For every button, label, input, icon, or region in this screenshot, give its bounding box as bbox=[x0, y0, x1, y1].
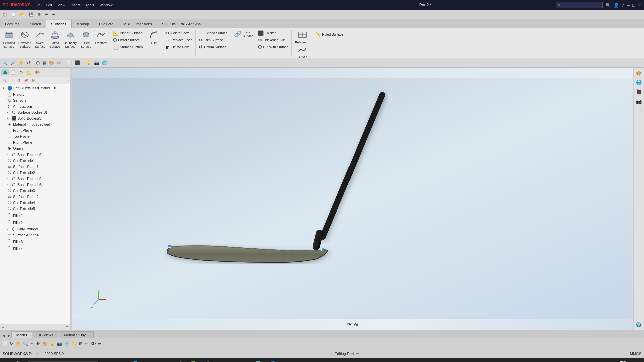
bt-pan[interactable]: ✋ bbox=[14, 341, 21, 347]
tab-features[interactable]: Features bbox=[0, 20, 24, 28]
tab-motion-study[interactable]: Motion Study 1 bbox=[59, 331, 94, 338]
tree-item-annotations[interactable]: 🏷 Annotations bbox=[0, 103, 70, 109]
tab-surfaces[interactable]: Surfaces bbox=[46, 20, 71, 28]
next-tab-btn[interactable]: ▶ bbox=[7, 333, 11, 338]
tree-item-solid-bodies[interactable]: ▸ ⬛ Solid Bodies(3) bbox=[0, 115, 70, 121]
home-btn[interactable]: 🏠 bbox=[1, 12, 9, 17]
tree-item-fillet1[interactable]: ⌒ Fillet1 bbox=[0, 212, 70, 219]
tree-item-right-plane[interactable]: ▭ Right Plane bbox=[0, 139, 70, 145]
tree-item-surface-plane4[interactable]: ▭ Surface-Plane4 bbox=[0, 232, 70, 238]
tree-item-cut-extrude4[interactable]: ⬡ Cut-Extrude4 bbox=[0, 200, 70, 206]
new-btn[interactable]: 📄 bbox=[10, 12, 17, 17]
bt-view[interactable]: 👁 bbox=[35, 341, 41, 347]
menu-view[interactable]: View bbox=[57, 3, 65, 7]
tree-item-fillet2[interactable]: ⌒ Fillet2 bbox=[0, 219, 70, 226]
display-manager-btn[interactable]: 🎨 bbox=[34, 69, 41, 75]
display-state-right-btn[interactable]: ⬜ bbox=[635, 107, 642, 115]
trim-surface-btn[interactable]: ✂ Trim Surface bbox=[197, 37, 229, 43]
options-btn[interactable]: ⚙ bbox=[36, 12, 42, 17]
swept-surface-btn[interactable]: SweptSurface bbox=[33, 29, 48, 57]
tree-item-cut-extrude6[interactable]: ▸ ⬡ Cut-Extrude6 bbox=[0, 226, 70, 232]
taskbar-explorer-btn[interactable]: 🗂 bbox=[115, 360, 127, 362]
menu-window[interactable]: Window bbox=[99, 3, 112, 7]
tree-item-boss-extrude3[interactable]: ▸ ⬡ Boss-Extrude3 bbox=[0, 182, 70, 188]
account-icon[interactable]: 👤 bbox=[613, 3, 619, 8]
taskview-btn[interactable]: ⧉ bbox=[101, 361, 109, 362]
cut-with-surface-btn[interactable]: ⬡ Cut With Surface bbox=[256, 44, 290, 50]
taskbar-whatsapp-btn[interactable]: 💬 bbox=[201, 359, 215, 362]
tree-item-history[interactable]: 📋 History bbox=[0, 91, 70, 97]
tree-item-material[interactable]: ◈ Material <not specified> bbox=[0, 121, 70, 127]
search-box[interactable] bbox=[556, 2, 603, 8]
ruled-surface-btn[interactable]: 📏 Ruled Surface bbox=[313, 31, 345, 38]
undo-btn[interactable]: ↩ bbox=[44, 12, 49, 17]
taskbar-search-btn[interactable]: 🔍 bbox=[13, 360, 24, 362]
tree-item-cut-extrude1[interactable]: ⬡ Cut-Extrude1 bbox=[0, 158, 70, 164]
taskbar-sw2-btn[interactable]: SW bbox=[234, 360, 250, 362]
help-icon[interactable]: 🔍 bbox=[605, 3, 611, 8]
help-btn[interactable]: ? bbox=[622, 3, 624, 8]
view-btn-9[interactable]: ⬜ bbox=[66, 60, 73, 66]
freeform-btn[interactable]: Freeform bbox=[93, 29, 109, 57]
bt-rotate[interactable]: ↻ bbox=[9, 341, 14, 347]
viewport[interactable]: Z Y *Right bbox=[72, 68, 633, 330]
menu-insert[interactable]: Insert bbox=[71, 3, 80, 7]
prev-tab-btn[interactable]: ◀ bbox=[1, 333, 6, 338]
menu-edit[interactable]: Edit bbox=[46, 3, 52, 7]
taskbar-edge-btn[interactable]: 🌐 bbox=[128, 359, 142, 362]
tab-markup[interactable]: Markup bbox=[72, 20, 94, 28]
decals-btn[interactable]: 🖼 bbox=[636, 88, 642, 96]
taskbar-chrome-btn[interactable]: 🌍 bbox=[251, 359, 265, 362]
view-btn-5[interactable]: ⬡ bbox=[35, 60, 41, 66]
thicken-btn[interactable]: ⬛ Thicken bbox=[256, 29, 290, 36]
tree-item-surface-bodies[interactable]: ▸ ⬡ Surface Bodies(3) bbox=[0, 109, 70, 115]
tree-item-fillet4[interactable]: ⌒ Fillet4 bbox=[0, 245, 70, 252]
tab-mbd[interactable]: MBD Dimensions bbox=[118, 20, 157, 28]
planar-surface-btn[interactable]: 📐 Planar Surface bbox=[111, 29, 145, 36]
view-btn-7[interactable]: 🎨 bbox=[48, 60, 55, 66]
property-manager-btn[interactable]: 📋 bbox=[10, 69, 17, 75]
revolved-surface-btn[interactable]: RevolvedSurface bbox=[17, 29, 33, 57]
bt-mate[interactable]: ⛓ bbox=[97, 341, 103, 347]
taskbar-clock[interactable]: 13:08 18-05-2021 bbox=[609, 360, 633, 362]
tab-3d-views[interactable]: 3D Views bbox=[33, 331, 58, 338]
replace-face-btn[interactable]: ↔ Replace Face bbox=[164, 37, 194, 43]
view-btn-1[interactable]: 🔍 bbox=[1, 60, 9, 66]
save-btn[interactable]: 💾 bbox=[28, 12, 35, 17]
options-tree-btn[interactable]: ⚙ bbox=[16, 78, 22, 83]
bt-display[interactable]: 🎨 bbox=[41, 341, 48, 347]
filter-btn[interactable]: 🔍 bbox=[1, 78, 8, 83]
tree-item-boss-extrude2[interactable]: ▸ ⬡ Boss-Extrude2 bbox=[0, 176, 70, 182]
taskbar-store-btn[interactable]: 🛒 bbox=[171, 359, 185, 362]
knit-surface-btn[interactable]: 🔗 KnitSurface bbox=[232, 29, 255, 39]
delete-hole-btn[interactable]: 🗑 Delete Hole bbox=[164, 44, 194, 50]
taskbar-misc-btn[interactable]: 🔵 bbox=[266, 359, 280, 362]
taskbar-sw-btn[interactable]: SW bbox=[216, 360, 232, 362]
collapse-tree-btn[interactable]: ⬜ bbox=[9, 78, 15, 83]
tab-evaluate[interactable]: Evaluate bbox=[94, 20, 118, 28]
menu-tools[interactable]: Tools bbox=[86, 3, 94, 7]
render-btn[interactable]: 📷 bbox=[635, 97, 642, 105]
tree-item-fillet3[interactable]: ⌒ Fillet3 bbox=[0, 238, 70, 245]
view-btn-3[interactable]: ✋ bbox=[17, 60, 25, 66]
bt-sketch[interactable]: ✏ bbox=[84, 341, 89, 347]
dim-expert-btn[interactable]: 📐 bbox=[25, 69, 33, 75]
fillet-btn[interactable]: Fillet bbox=[147, 29, 161, 57]
delete-face-btn[interactable]: ✂ Delete Face bbox=[164, 29, 194, 36]
bt-measure[interactable]: 📏 bbox=[71, 341, 78, 347]
curves-btn[interactable]: Curves bbox=[295, 46, 310, 58]
tab-sketch[interactable]: Sketch bbox=[24, 20, 46, 28]
config-manager-btn[interactable]: ⚙ bbox=[18, 69, 24, 75]
taskbar-app1-btn[interactable]: 🟢 bbox=[186, 359, 200, 362]
tree-item-front-plane[interactable]: ▭ Front Plane bbox=[0, 127, 70, 133]
bt-camera[interactable]: 📷 bbox=[56, 341, 63, 347]
view-btn-10[interactable]: ⬛ bbox=[74, 60, 81, 66]
redo-btn[interactable]: ↪ bbox=[51, 12, 56, 17]
surface-flatten-btn[interactable]: ⬜ Surface Flatten bbox=[111, 44, 145, 50]
tree-item-boss-extrude1[interactable]: ▸ ⬡ Boss-Extrude1 bbox=[0, 152, 70, 158]
solidworks-resources-btn[interactable]: 🌍 bbox=[635, 320, 642, 328]
view-btn-11[interactable]: 💡 bbox=[85, 60, 92, 66]
view-settings-btn[interactable]: 🎨 bbox=[635, 69, 642, 77]
close-btn[interactable]: ✕ bbox=[638, 3, 641, 8]
tab-model[interactable]: Model bbox=[11, 331, 32, 338]
